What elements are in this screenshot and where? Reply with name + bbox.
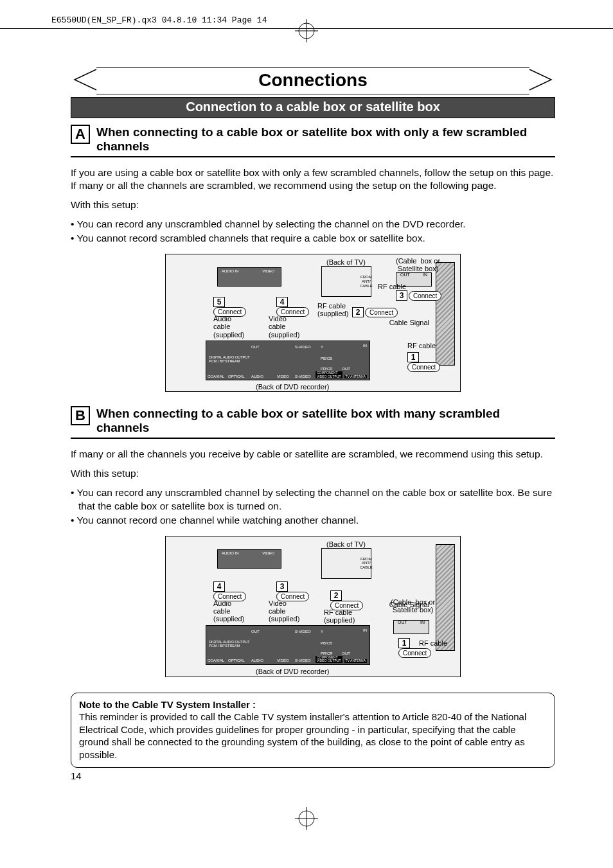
rf-cable-b: RF cable	[419, 639, 447, 647]
diagram-a: Cable Signal (Back of TV) (Cable box or …	[165, 254, 461, 392]
section-b-bullet-2: You cannot record one channel while watc…	[71, 514, 555, 527]
diagram-b-wrap: Cable Signal (Back of TV) FROM ANT/ CABL…	[71, 536, 555, 677]
cable-signal-a: Cable Signal	[389, 319, 429, 326]
section-a-title: When connecting to a cable box or satell…	[96, 125, 555, 154]
section-b-body: If many or all the channels you receive …	[71, 448, 555, 527]
step-3-connect-a: Connect	[409, 291, 441, 301]
rf-cable-a2: RF cable	[407, 342, 436, 350]
wall-plate-b	[436, 544, 455, 651]
tv-av-panel-a: AUDIO IN VIDEO	[217, 267, 281, 287]
step-4-num-b: 4	[213, 581, 225, 592]
installer-note-title: Note to the Cable TV System Installer :	[79, 699, 256, 710]
step-1-num-a: 1	[407, 352, 419, 362]
back-of-recorder-b: (Back of DVD recorder)	[256, 668, 329, 675]
step-2-connect-a: Connect	[365, 308, 398, 317]
sub-banner: Connection to a cable box or satellite b…	[71, 97, 555, 118]
step-3-num-a: 3	[396, 290, 407, 301]
installer-note-box: Note to the Cable TV System Installer : …	[71, 693, 555, 768]
cable-sat-b: (Cable box or Satellite box)	[391, 598, 435, 614]
wall-plate-a	[436, 262, 455, 366]
section-a-with-setup: With this setup:	[71, 199, 555, 211]
step-4-num: 4	[276, 297, 288, 307]
step-1-connect-a: Connect	[407, 362, 440, 372]
section-b-title: When connecting to a cable box or satell…	[96, 406, 555, 435]
chevron-left-icon	[71, 68, 98, 94]
section-a-letter: A	[71, 125, 90, 144]
page-number: 14	[71, 770, 555, 781]
main-title: Connections	[96, 67, 529, 94]
tv-av-panel-b: AUDIO IN VIDEO	[217, 549, 281, 569]
print-job-header: E6550UD(EN_SP_FR).qx3 04.8.10 11:34 Page…	[0, 13, 613, 29]
step-5-num: 5	[213, 297, 225, 307]
cable-sat-a: (Cable box or Satellite box)	[396, 257, 440, 272]
section-b-intro: If many or all the channels you receive …	[71, 448, 555, 461]
recorder-back-b: IN OUT DIGITAL AUDIO OUTPUT PCM / BITSTR…	[206, 625, 370, 665]
page-content: Connections Connection to a cable box or…	[0, 29, 613, 807]
step-1-num-b: 1	[398, 638, 410, 648]
rf-cable-supplied-b: RF cable (supplied)	[324, 608, 355, 624]
recorder-back-a: IN OUT DIGITAL AUDIO OUTPUT PCM / BITSTR…	[206, 341, 370, 380]
crop-mark-bottom	[0, 807, 613, 833]
step-2-num-b: 2	[330, 590, 342, 601]
audio-cable-b: Audio cable (supplied)	[213, 599, 244, 623]
back-of-tv-b: (Back of TV)	[326, 540, 366, 548]
back-of-recorder-a: (Back of DVD recorder)	[256, 383, 329, 391]
section-b-letter: B	[71, 406, 90, 425]
installer-note-body: This reminder is provided to call the Ca…	[79, 711, 526, 760]
step-3-num-b: 3	[276, 581, 288, 592]
step-1-connect-b: Connect	[398, 648, 431, 658]
rf-cable-supplied-a: RF cable (supplied)	[317, 302, 348, 317]
print-job-text: E6550UD(EN_SP_FR).qx3 04.8.10 11:34 Page…	[51, 15, 267, 25]
section-a-header: A When connecting to a cable box or sate…	[71, 122, 555, 157]
rf-cable-a1: RF cable	[378, 283, 406, 290]
section-a-bullet-2: You cannot record scrambled channels tha…	[71, 232, 555, 245]
diagram-b: Cable Signal (Back of TV) FROM ANT/ CABL…	[165, 536, 461, 677]
main-banner: Connections	[71, 67, 555, 94]
out-row-a: OUT	[251, 345, 260, 350]
sat-box-b: OUT IN	[393, 620, 429, 634]
step-2-num-a: 2	[352, 307, 364, 317]
video-cable-a: Video cable (supplied)	[269, 315, 299, 338]
section-b-bullet-1: You can record any unscrambled channel b…	[71, 486, 555, 512]
back-of-tv-a: (Back of TV)	[326, 258, 366, 266]
chevron-right-icon	[528, 68, 555, 94]
section-a-bullet-1: You can record any unscrambled channel b…	[71, 218, 555, 231]
section-b-header: B When connecting to a cable box or sate…	[71, 403, 555, 439]
section-b-with-setup: With this setup:	[71, 467, 555, 480]
audio-cable-a: Audio cable (supplied)	[213, 315, 244, 338]
section-a-body: If you are using a cable box or satellit…	[71, 166, 555, 245]
video-cable-b: Video cable (supplied)	[269, 599, 299, 623]
section-a-intro: If you are using a cable box or satellit…	[71, 166, 555, 192]
diagram-a-wrap: Cable Signal (Back of TV) (Cable box or …	[71, 254, 555, 392]
